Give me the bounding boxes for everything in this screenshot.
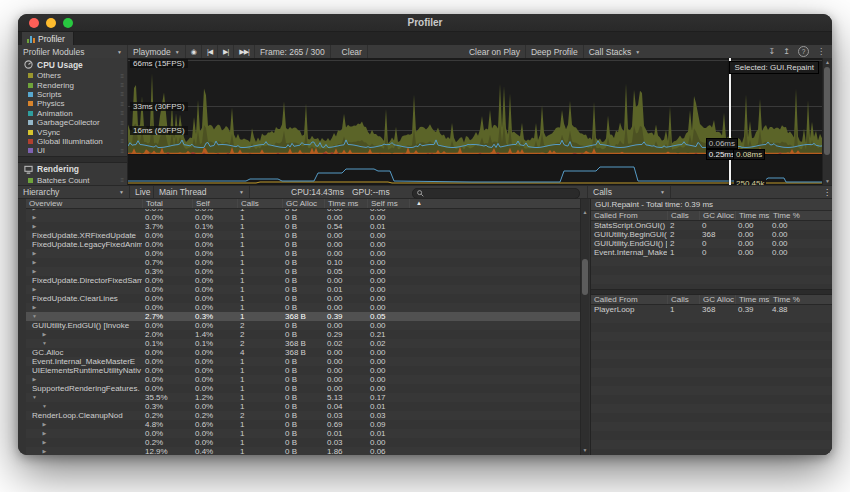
next-frame-button[interactable]: ▶| (218, 45, 234, 58)
playmode-dropdown[interactable]: Playmode ▼ (128, 45, 186, 58)
details-row[interactable]: StatsScript.OnGUI() [Invok200.000.00 (591, 221, 832, 230)
details-kebab-menu-icon[interactable]: ⋮ (822, 186, 832, 198)
table-row[interactable]: FixedUpdate.XRFixedUpdate0.0%0.0%10 B0.0… (26, 231, 580, 240)
marker-column-icon[interactable]: ▲ (409, 199, 421, 208)
table-row[interactable]: GC.Alloc0.0%0.0%4368 B0.000.00 (26, 348, 580, 357)
clear-on-play-toggle[interactable]: Clear on Play (464, 45, 526, 58)
table-row[interactable]: FixedUpdate.ClearLines0.0%0.0%10 B0.000.… (26, 294, 580, 303)
table-row[interactable]: ▶CommandBuffer.BeforeIma4.8%0.6%10 B0.69… (26, 420, 580, 429)
table-row[interactable]: ▼DestroyCullResults0.3%0.0%10 B0.040.01 (26, 402, 580, 411)
details-row[interactable]: Event.Internal_MakeMaste100.000.00 (591, 248, 832, 257)
legend-item[interactable]: UI≡ (18, 146, 127, 155)
legend-item[interactable]: Others≡ (18, 71, 127, 80)
column-header-total[interactable]: Total (142, 199, 192, 208)
search-field[interactable] (412, 188, 580, 199)
legend-item[interactable]: Physics≡ (18, 99, 127, 108)
legend-item[interactable]: Global Illumination≡ (18, 137, 127, 146)
call-stacks-dropdown[interactable]: Call Stacks ▼ (584, 45, 645, 58)
table-row[interactable]: ▶FixedUpdate.ScriptRunBehavio0.7%0.0%10 … (26, 258, 580, 267)
legend-drag-handle[interactable]: ≡ (120, 82, 124, 88)
fold-closed-icon[interactable]: ▶ (39, 429, 47, 438)
fold-closed-icon[interactable]: ▶ (39, 330, 47, 339)
legend-item[interactable]: GarbageCollector≡ (18, 118, 127, 127)
fold-closed-icon[interactable]: ▶ (29, 375, 37, 384)
table-row[interactable]: ▶Camera.ImageEffects0.2%0.0%10 B0.030.00 (26, 438, 580, 447)
legend-drag-handle[interactable]: ≡ (120, 110, 124, 116)
table-row[interactable]: ▶FixedUpdate.PhysicsFixedUpdat3.7%0.1%10… (26, 222, 580, 231)
record-button[interactable]: ◉ (186, 45, 202, 58)
legend-item[interactable]: VSync≡ (18, 127, 127, 136)
search-input[interactable] (427, 189, 547, 198)
fold-closed-icon[interactable]: ▶ (39, 438, 47, 447)
column-header-time-ms[interactable]: Time ms (324, 199, 367, 208)
table-row[interactable]: SupportedRenderingFeatures.0.0%0.0%10 B0… (26, 384, 580, 393)
profiler-modules-dropdown[interactable]: Profiler Modules ▼ (18, 45, 128, 58)
column-header-self-ms[interactable]: Self ms (367, 199, 409, 208)
prev-frame-button[interactable]: |◀ (202, 45, 218, 58)
fold-open-icon[interactable]: ▼ (39, 402, 47, 411)
details-column-calls[interactable]: Calls (667, 295, 699, 304)
legend-drag-handle[interactable]: ≡ (120, 91, 124, 97)
fold-closed-icon[interactable]: ▶ (29, 285, 37, 294)
fold-closed-icon[interactable]: ▶ (29, 258, 37, 267)
table-row[interactable]: ▶FixedUpdate.AudioFixedUpdate0.3%0.0%10 … (26, 267, 580, 276)
table-row[interactable]: ▶FixedUpdate.NewInputFixedUp0.0%0.0%10 B… (26, 285, 580, 294)
fold-open-icon[interactable]: ▼ (29, 393, 37, 402)
module-header[interactable]: Rendering (18, 163, 127, 176)
details-row[interactable]: PlayerLoop13680.394.88 (591, 305, 832, 314)
details-column-gc-alloc[interactable]: GC Alloc (699, 295, 735, 304)
tab-profiler[interactable]: Profiler (22, 32, 74, 45)
table-scrollbar-thumb[interactable] (582, 259, 588, 295)
details-view-dropdown[interactable]: Calls ▼ (587, 186, 671, 198)
legend-drag-handle[interactable]: ≡ (120, 138, 124, 144)
frame-selection-line[interactable] (729, 58, 731, 185)
legend-drag-handle[interactable]: ≡ (120, 101, 124, 107)
table-row[interactable]: UIElementsRuntimeUtilityNativ0.0%0.0%10 … (26, 366, 580, 375)
table-row[interactable]: ▶PlayerEndOfFrame0.0%0.0%10 B0.000.00 (26, 303, 580, 312)
column-header-overview[interactable]: Overview (26, 199, 142, 208)
fold-open-icon[interactable]: ▼ (29, 312, 37, 321)
fold-closed-icon[interactable]: ▶ (39, 420, 47, 429)
deep-profile-toggle[interactable]: Deep Profile (526, 45, 584, 58)
table-row[interactable]: GUIUtility.EndGUI() [Invoke0.0%0.0%20 B0… (26, 321, 580, 330)
fold-closed-icon[interactable]: ▶ (29, 267, 37, 276)
module-header[interactable]: CPU Usage (18, 58, 127, 71)
legend-drag-handle[interactable]: ≡ (120, 120, 124, 126)
chart-scrollbar-thumb[interactable] (824, 67, 830, 155)
column-header-self[interactable]: Self (192, 199, 237, 208)
scroll-down-icon[interactable]: ▼ (581, 447, 589, 453)
save-profile-icon[interactable]: ↥ (783, 47, 790, 56)
chart-area[interactable]: 66ms (15FPS) 33ms (30FPS) 16ms (60FPS) 0… (128, 58, 832, 185)
fold-closed-icon[interactable]: ▶ (29, 303, 37, 312)
legend-item[interactable]: Batches Count≡ (18, 176, 127, 185)
fold-closed-icon[interactable]: ▶ (39, 447, 47, 455)
thread-dropdown[interactable]: Main Thread ▼ (154, 186, 250, 198)
table-scrollbar[interactable]: ▲ ▼ (580, 199, 589, 455)
details-column-calls[interactable]: Calls (667, 211, 699, 220)
legend-drag-handle[interactable]: ≡ (120, 177, 124, 183)
details-row[interactable]: GUIUtility.BeginGUI() [Invo23680.000.00 (591, 230, 832, 239)
table-row[interactable]: ▶Flare.Render0.0%0.0%10 B0.010.01 (26, 429, 580, 438)
live-toggle[interactable]: Live (130, 186, 154, 198)
fold-closed-icon[interactable]: ▶ (29, 213, 37, 222)
details-column-called-from[interactable]: Called From (591, 211, 667, 220)
table-row[interactable]: ▶UGUIRendering.RenderOverla0.0%0.0%10 B0… (26, 375, 580, 384)
fold-closed-icon[interactable]: ▶ (29, 249, 37, 258)
details-column-called-from[interactable]: Called From (591, 295, 667, 304)
details-column-time-ms[interactable]: Time ms▲ (735, 295, 769, 304)
table-row[interactable]: FixedUpdate.LegacyFixedAnima0.0%0.0%10 B… (26, 240, 580, 249)
legend-item[interactable]: Rendering≡ (18, 80, 127, 89)
hierarchy-view-dropdown[interactable]: Hierarchy ▼ (18, 186, 130, 198)
table-row[interactable]: RenderLoop.CleanupNod0.2%0.2%20 B0.030.0… (26, 411, 580, 420)
clear-button[interactable]: Clear (337, 45, 368, 58)
chart-scrollbar[interactable]: ▲ ▼ (822, 58, 832, 185)
legend-drag-handle[interactable]: ≡ (120, 73, 124, 79)
table-row[interactable]: ▼GUIUtility.BeginGUI() [Invok0.1%0.1%236… (26, 339, 580, 348)
kebab-menu-icon[interactable]: ⋮ (817, 47, 825, 56)
table-row[interactable]: Event.Internal_MakeMasterE0.0%0.0%10 B0.… (26, 357, 580, 366)
legend-drag-handle[interactable]: ≡ (120, 148, 124, 154)
scroll-down-icon[interactable]: ▼ (823, 178, 832, 184)
fold-open-icon[interactable]: ▼ (39, 339, 47, 348)
titlebar[interactable]: Profiler (18, 14, 832, 32)
table-row[interactable]: ▶Drawing12.9%0.4%10 B1.860.06 (26, 447, 580, 455)
